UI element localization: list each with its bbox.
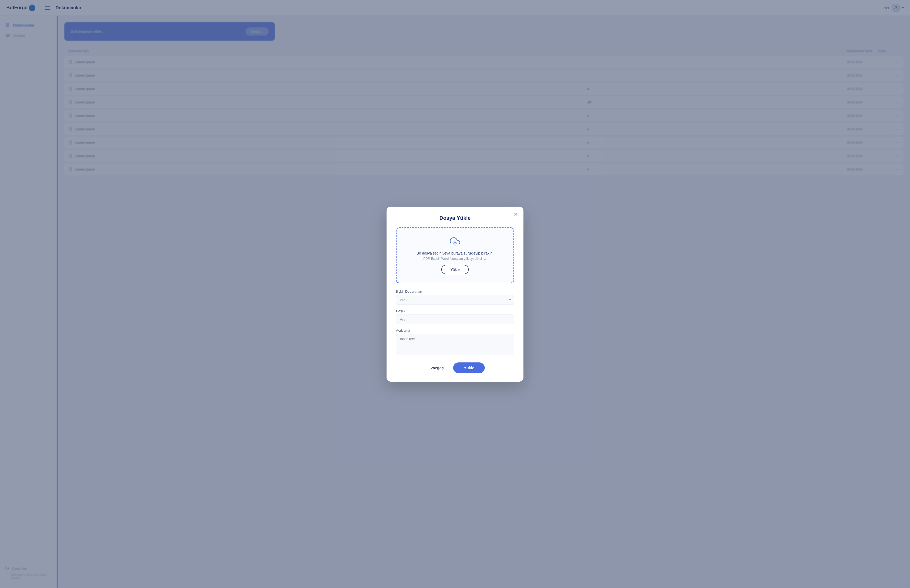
title-input[interactable] xyxy=(396,315,514,324)
modal-footer: Vazgeç Yükle xyxy=(396,362,514,373)
description-label: Açıklama xyxy=(396,328,514,333)
department-select-wrapper: Ara ▾ xyxy=(396,295,514,305)
modal-close-button[interactable]: ✕ xyxy=(514,212,518,217)
submit-button[interactable]: Yükle xyxy=(453,362,485,373)
department-label: İlişkili Departman xyxy=(396,289,514,294)
description-field-group: Açıklama xyxy=(396,328,514,356)
department-field-group: İlişkili Departman Ara ▾ xyxy=(396,289,514,305)
dropzone-sub-text: PDF, Excell, Word formatları yükleyebili… xyxy=(403,257,507,260)
title-field-group: Başlık xyxy=(396,309,514,324)
dropzone-upload-button[interactable]: Yükle xyxy=(441,265,469,274)
department-select[interactable]: Ara xyxy=(396,295,514,305)
modal-overlay[interactable]: ✕ Dosya Yükle Bir dosya seçin veya buray… xyxy=(0,0,910,588)
dropzone-main-text: Bir dosya seçin veya buraya sürükleyip b… xyxy=(403,251,507,255)
modal-title: Dosya Yükle xyxy=(396,215,514,221)
upload-modal: ✕ Dosya Yükle Bir dosya seçin veya buray… xyxy=(386,207,524,382)
cancel-button[interactable]: Vazgeç xyxy=(425,363,449,373)
title-label: Başlık xyxy=(396,309,514,313)
description-textarea[interactable] xyxy=(396,334,514,355)
upload-icon xyxy=(403,236,507,248)
file-dropzone[interactable]: Bir dosya seçin veya buraya sürükleyip b… xyxy=(396,228,514,283)
